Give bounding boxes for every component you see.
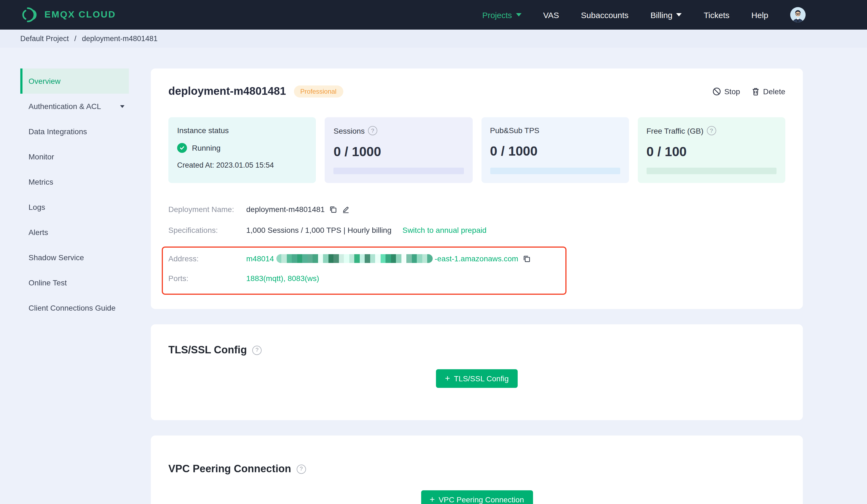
sidebar: Overview Authentication & ACL Data Integ… — [20, 68, 129, 504]
sidebar-item-data-integrations[interactable]: Data Integrations — [20, 119, 129, 144]
help-icon[interactable]: ? — [368, 126, 377, 135]
status-text: Running — [192, 143, 221, 152]
nav-item-vas[interactable]: VAS — [543, 10, 559, 20]
mask-block — [396, 254, 401, 263]
mask-block — [422, 254, 427, 263]
mask-block — [287, 254, 292, 263]
deployment-name-label: Deployment Name: — [168, 205, 246, 213]
sidebar-item-online-test[interactable]: Online Test — [20, 270, 129, 295]
mask-block — [333, 254, 339, 263]
mask-block — [406, 254, 411, 263]
stat-card-instance-status: Instance status Running Created At: 2023… — [168, 117, 316, 183]
mask-block — [276, 254, 281, 263]
mask-block — [297, 254, 302, 263]
sessions-value: 0 / 1000 — [334, 144, 464, 160]
mask-block — [380, 254, 386, 263]
ports-label: Ports: — [168, 274, 246, 283]
plus-icon: + — [445, 374, 450, 383]
copy-icon[interactable] — [329, 205, 337, 213]
nav-item-help[interactable]: Help — [751, 10, 768, 20]
vpc-peering-card: VPC Peering Connection ? + VPC Peering C… — [151, 436, 803, 504]
address-prefix: m48014 — [246, 254, 274, 263]
breadcrumb: Default Project / deployment-m4801481 — [0, 30, 867, 48]
mask-block — [386, 254, 391, 263]
address-label: Address: — [168, 254, 246, 263]
breadcrumb-project[interactable]: Default Project — [20, 34, 69, 43]
ports-value: 1883(mqtt), 8083(ws) — [246, 274, 319, 283]
add-vpc-peering-button[interactable]: + VPC Peering Connection — [421, 490, 533, 504]
mask-block — [365, 254, 370, 263]
stat-card-free-traffic: Free Traffic (GB) ? 0 / 100 — [638, 117, 785, 183]
pubsub-tps-value: 0 / 1000 — [490, 143, 620, 159]
breadcrumb-deployment: deployment-m4801481 — [82, 34, 158, 43]
delete-button[interactable]: Delete — [751, 87, 785, 96]
sessions-progress-bar — [334, 168, 464, 174]
chevron-down-icon — [516, 13, 521, 17]
tls-ssl-title: TLS/SSL Config — [168, 344, 247, 356]
help-icon[interactable]: ? — [707, 126, 716, 135]
help-icon[interactable]: ? — [297, 464, 306, 474]
specifications-label: Specifications: — [168, 226, 246, 234]
mask-block — [302, 254, 307, 263]
stop-icon — [712, 87, 721, 96]
mask-block — [328, 254, 333, 263]
sidebar-item-alerts[interactable]: Alerts — [20, 220, 129, 245]
mask-block — [313, 254, 318, 263]
overview-card: deployment-m4801481 Professional Stop — [151, 68, 803, 309]
mask-block — [401, 254, 406, 263]
sidebar-item-authentication-acl[interactable]: Authentication & ACL — [20, 94, 129, 119]
nav-item-billing[interactable]: Billing — [650, 10, 682, 20]
top-navbar: EMQX CLOUD Projects VAS Subaccounts Bill… — [0, 0, 867, 30]
sidebar-item-overview[interactable]: Overview — [20, 68, 129, 94]
mask-block — [354, 254, 360, 263]
emqx-logo-icon — [20, 7, 39, 23]
stop-button[interactable]: Stop — [712, 87, 740, 96]
add-tls-ssl-config-button[interactable]: + TLS/SSL Config — [436, 369, 517, 388]
vpc-peering-title: VPC Peering Connection — [168, 463, 291, 475]
free-traffic-progress-bar — [646, 168, 777, 174]
mask-block — [281, 254, 287, 263]
mask-block — [344, 254, 349, 263]
brand-name: EMQX CLOUD — [44, 9, 116, 20]
edit-icon[interactable] — [342, 205, 350, 213]
mask-block — [360, 254, 365, 263]
plan-badge: Professional — [294, 85, 343, 97]
brand[interactable]: EMQX CLOUD — [0, 7, 116, 23]
specifications-value: 1,000 Sessions / 1,000 TPS | Hourly bill… — [246, 226, 392, 234]
stat-card-pubsub-tps: Pub&Sub TPS 0 / 1000 — [481, 117, 629, 183]
mask-block — [411, 254, 417, 263]
nav-item-subaccounts[interactable]: Subaccounts — [581, 10, 629, 20]
trash-icon — [751, 87, 760, 96]
address-suffix: -east-1.amazonaws.com — [435, 254, 518, 263]
nav-menu: Projects VAS Subaccounts Billing Tickets… — [482, 7, 867, 22]
sidebar-item-shadow-service[interactable]: Shadow Service — [20, 245, 129, 270]
sidebar-item-client-connections-guide[interactable]: Client Connections Guide — [20, 295, 129, 320]
page: EMQX CLOUD Projects VAS Subaccounts Bill… — [0, 0, 867, 504]
deployment-name-value: deployment-m4801481 — [246, 205, 325, 213]
check-circle-icon — [177, 143, 187, 153]
address-mask — [276, 254, 432, 263]
annotation-highlight-box: Address: m48014 -east-1.amazonaws.com — [162, 246, 567, 295]
mask-block — [292, 254, 297, 263]
mask-block — [370, 254, 375, 263]
mask-block — [307, 254, 313, 263]
mask-block — [339, 254, 344, 263]
chevron-down-icon — [120, 105, 125, 108]
mask-block — [375, 254, 380, 263]
sidebar-item-logs[interactable]: Logs — [20, 195, 129, 220]
mask-block — [391, 254, 396, 263]
nav-item-tickets[interactable]: Tickets — [704, 10, 729, 20]
nav-item-projects[interactable]: Projects — [482, 10, 521, 20]
copy-icon[interactable] — [523, 254, 531, 263]
breadcrumb-separator: / — [74, 34, 76, 43]
free-traffic-value: 0 / 100 — [646, 144, 777, 160]
mask-block — [349, 254, 354, 263]
help-icon[interactable]: ? — [252, 346, 261, 355]
sidebar-item-monitor[interactable]: Monitor — [20, 144, 129, 169]
plus-icon: + — [430, 495, 435, 504]
switch-annual-prepaid-link[interactable]: Switch to annual prepaid — [403, 226, 487, 234]
chevron-down-icon — [676, 13, 682, 17]
user-avatar[interactable] — [790, 7, 805, 22]
sidebar-item-metrics[interactable]: Metrics — [20, 169, 129, 195]
tls-ssl-card: TLS/SSL Config ? + TLS/SSL Config — [151, 324, 803, 420]
